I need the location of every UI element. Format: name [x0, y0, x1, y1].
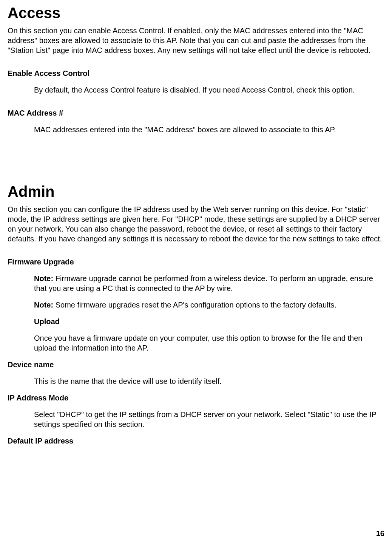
admin-heading: Admin: [8, 182, 384, 201]
ip-address-mode-desc: Select "DHCP" to get the IP settings fro…: [34, 410, 384, 429]
firmware-note-1: Note: Firmware upgrade cannot be perform…: [34, 274, 384, 293]
firmware-upgrade-label: Firmware Upgrade: [8, 257, 384, 267]
mac-address-label: MAC Address #: [8, 108, 384, 118]
enable-access-control-label: Enable Access Control: [8, 68, 384, 78]
admin-intro: On this section you can configure the IP…: [8, 204, 384, 244]
access-heading: Access: [8, 3, 384, 23]
firmware-note-2-text: Some firmware upgrades reset the AP's co…: [53, 301, 336, 309]
upload-label: Upload: [34, 317, 384, 326]
upload-desc: Once you have a firmware update on your …: [34, 333, 384, 353]
ip-address-mode-label: IP Address Mode: [8, 393, 384, 403]
enable-access-control-desc: By default, the Access Control feature i…: [34, 85, 384, 95]
default-ip-address-label: Default IP address: [8, 436, 384, 446]
device-name-label: Device name: [8, 360, 384, 369]
note-prefix-1: Note:: [34, 274, 53, 283]
firmware-note-1-text: Firmware upgrade cannot be performed fro…: [34, 274, 373, 292]
device-name-desc: This is the name that the device will us…: [34, 376, 384, 386]
access-intro: On this section you can enable Access Co…: [8, 26, 384, 55]
note-prefix-2: Note:: [34, 301, 53, 309]
firmware-note-2: Note: Some firmware upgrades reset the A…: [34, 300, 384, 310]
mac-address-desc: MAC addresses entered into the "MAC addr…: [34, 125, 384, 134]
